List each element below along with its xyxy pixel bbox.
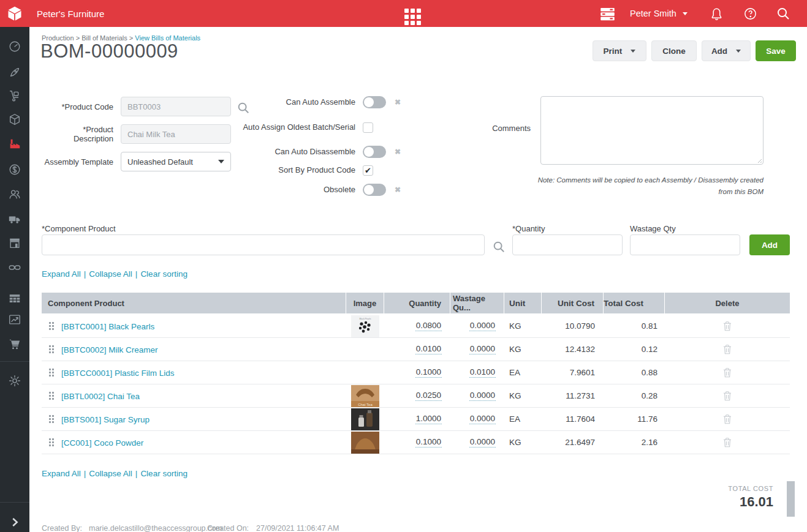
checkbox-auto-assign-oldest-batch-serial[interactable] <box>363 122 373 133</box>
wastage-value[interactable]: 0.0000 <box>469 321 496 331</box>
delete-trash-icon[interactable] <box>722 321 732 332</box>
toggle-can-auto-disassemble[interactable] <box>363 146 386 158</box>
comments-textarea[interactable] <box>540 96 763 165</box>
sidebar-item-production[interactable] <box>8 137 21 151</box>
quantity-value[interactable]: 0.0800 <box>415 321 442 331</box>
table-row: [BBTL0002] Chai Tea Chai Tea 0.0250 0.00… <box>42 384 790 408</box>
quantity-input[interactable] <box>512 234 623 255</box>
clear-icon[interactable]: ✖ <box>395 98 401 107</box>
sidebar-item-reports[interactable] <box>8 313 21 326</box>
drag-handle-icon[interactable] <box>49 322 54 330</box>
header-unit-cost[interactable]: Unit Cost <box>542 293 604 313</box>
gauge-icon <box>8 40 21 53</box>
user-menu[interactable]: Peter Smith <box>630 0 688 27</box>
unit-cost-value: 10.0790 <box>542 321 604 331</box>
delete-trash-icon[interactable] <box>722 391 732 402</box>
quantity-value[interactable]: 0.0100 <box>415 344 442 354</box>
wastage-value[interactable]: 0.0000 <box>469 414 496 424</box>
expand-all-link[interactable]: Expand All <box>42 269 81 279</box>
component-product-link[interactable]: [CC001] Coco Powder <box>61 438 143 448</box>
wastage-value[interactable]: 0.0000 <box>469 344 496 354</box>
drag-handle-icon[interactable] <box>49 392 54 400</box>
sidebar-item-getting-started[interactable] <box>8 66 21 79</box>
quantity-value[interactable]: 0.1000 <box>415 437 442 448</box>
wastage-value[interactable]: 0.0000 <box>469 437 496 448</box>
delete-trash-icon[interactable] <box>722 344 732 355</box>
delete-trash-icon[interactable] <box>722 437 732 448</box>
sidebar-item-suppliers[interactable] <box>8 212 21 226</box>
search-icon[interactable] <box>776 0 790 27</box>
unit-value: KG <box>504 438 542 447</box>
option-label: Auto Assign Oldest Batch/Serial <box>214 122 355 133</box>
collapse-all-link[interactable]: Collapse All <box>89 469 132 478</box>
action-buttons: Print Clone Add Save <box>593 40 796 61</box>
header-component-product[interactable]: Component Product <box>42 293 346 313</box>
quantity-value[interactable]: 0.0250 <box>415 391 442 401</box>
checkbox-sort-by-product-code[interactable]: ✔ <box>363 165 373 176</box>
save-button[interactable]: Save <box>756 40 796 61</box>
notifications-bell-icon[interactable] <box>710 0 724 27</box>
add-button[interactable]: Add <box>702 40 751 61</box>
table-header: Component Product Image Quantity Wastage… <box>42 293 790 315</box>
add-component-button[interactable]: Add <box>749 234 790 255</box>
clone-button[interactable]: Clone <box>651 40 697 61</box>
wastage-value[interactable]: 0.0100 <box>469 367 496 378</box>
clear-icon[interactable]: ✖ <box>395 185 401 194</box>
sidebar-item-dashboard[interactable] <box>8 40 21 53</box>
toggle-can-auto-assemble[interactable] <box>363 96 386 108</box>
sidebar-item-ecommerce[interactable] <box>8 337 21 351</box>
sidebar-item-inventory[interactable] <box>8 113 21 126</box>
company-name: Peter's Furniture <box>37 0 104 27</box>
sidebar-item-purchases[interactable] <box>8 89 21 103</box>
header-total-cost[interactable]: Total Cost <box>604 293 665 313</box>
sidebar-item-customers[interactable] <box>8 187 21 201</box>
table-row: [BBTC0001] Black Pearls Black Pearls 0.0… <box>42 315 790 338</box>
sidebar-expand-button[interactable] <box>8 515 21 529</box>
clear-sorting-link[interactable]: Clear sorting <box>140 269 188 279</box>
quantity-value[interactable]: 1.0000 <box>415 414 442 424</box>
wastage-value[interactable]: 0.0000 <box>469 391 496 401</box>
help-icon[interactable] <box>743 0 757 27</box>
collapse-all-link[interactable]: Collapse All <box>89 269 132 279</box>
company-switcher-icon[interactable] <box>599 0 616 27</box>
component-product-link[interactable]: [BBTL0002] Chai Tea <box>61 392 140 401</box>
apps-grid-icon[interactable] <box>404 9 421 25</box>
cube-logo-icon <box>6 5 23 22</box>
delete-trash-icon[interactable] <box>722 414 732 425</box>
drag-handle-icon[interactable] <box>49 415 54 423</box>
sidebar-item-store[interactable] <box>8 236 21 250</box>
chevron-right-icon <box>8 515 21 529</box>
unit-cost-value: 7.9601 <box>542 368 604 377</box>
clear-icon[interactable]: ✖ <box>395 148 401 156</box>
drag-handle-icon[interactable] <box>49 345 54 353</box>
toggle-obsolete[interactable] <box>363 184 386 196</box>
component-product-link[interactable]: [BBTC0001] Black Pearls <box>61 322 154 331</box>
component-product-input[interactable] <box>42 234 485 255</box>
quantity-value[interactable]: 0.1000 <box>415 367 442 378</box>
app-logo[interactable] <box>0 0 29 27</box>
component-product-link[interactable]: [BBTS001] Sugar Syrup <box>61 415 150 424</box>
expand-all-link[interactable]: Expand All <box>42 469 81 478</box>
clear-sorting-link[interactable]: Clear sorting <box>140 469 188 478</box>
component-product-link[interactable]: [BBTC0002] Milk Creamer <box>61 345 158 354</box>
sidebar-item-data-grid[interactable] <box>8 292 21 305</box>
sidebar-item-integrations[interactable] <box>8 261 21 274</box>
header-unit[interactable]: Unit <box>504 293 542 313</box>
print-button[interactable]: Print <box>593 40 646 61</box>
table-row: [BBTS001] Sugar Syrup 1.0000 0.0000 EA 1… <box>42 408 790 431</box>
component-product-link[interactable]: [BBTCC0001] Plastic Film Lids <box>61 369 175 378</box>
header-image[interactable]: Image <box>346 293 384 313</box>
sidebar-item-settings[interactable] <box>8 374 21 388</box>
header-wastage[interactable]: Wastage Qu... <box>450 293 504 313</box>
sidebar-item-sales[interactable] <box>8 163 21 176</box>
delete-trash-icon[interactable] <box>722 367 732 378</box>
component-search-icon[interactable] <box>492 240 506 256</box>
user-name: Peter Smith <box>630 9 676 18</box>
table-row: [CC001] Coco Powder 0.1000 0.0000 KG 21.… <box>42 431 790 454</box>
drag-handle-icon[interactable] <box>49 438 54 446</box>
created-on-label: Created On: <box>207 524 249 532</box>
header-quantity[interactable]: Quantity <box>384 293 450 313</box>
wastage-qty-input[interactable] <box>630 234 740 255</box>
drag-handle-icon[interactable] <box>49 369 54 377</box>
scrollbar-thumb[interactable] <box>787 481 795 517</box>
